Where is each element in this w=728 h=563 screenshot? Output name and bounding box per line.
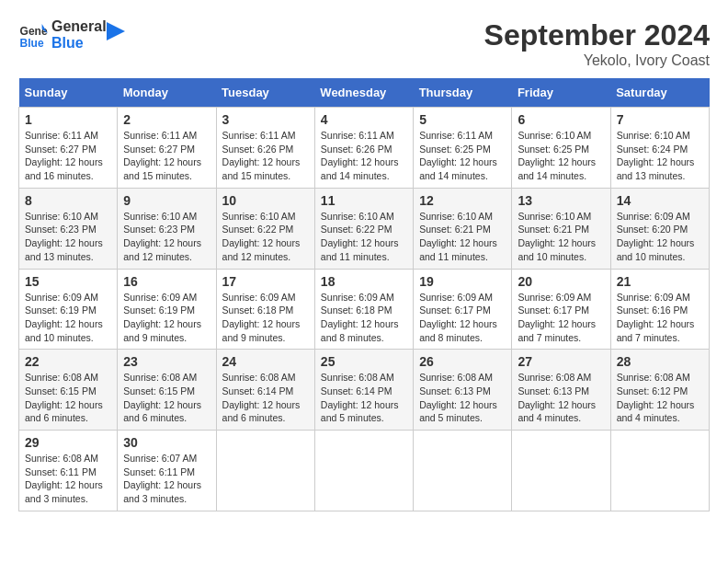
day-number: 17: [222, 274, 309, 289]
calendar-day-header: Thursday: [414, 78, 512, 108]
calendar-cell: [512, 431, 610, 511]
calendar-cell: 8Sunrise: 6:10 AM Sunset: 6:23 PM Daylig…: [19, 188, 118, 269]
day-info: Sunrise: 6:09 AM Sunset: 6:19 PM Dayligh…: [25, 291, 111, 345]
day-info: Sunrise: 6:08 AM Sunset: 6:14 PM Dayligh…: [321, 371, 407, 425]
subtitle: Yekolo, Ivory Coast: [484, 52, 710, 69]
day-info: Sunrise: 6:10 AM Sunset: 6:21 PM Dayligh…: [518, 210, 604, 264]
calendar-day-header: Saturday: [610, 78, 709, 108]
day-number: 12: [419, 193, 506, 208]
calendar-cell: 2Sunrise: 6:11 AM Sunset: 6:27 PM Daylig…: [118, 108, 216, 189]
logo-general: General: [51, 18, 107, 35]
day-number: 30: [123, 435, 210, 450]
day-info: Sunrise: 6:11 AM Sunset: 6:26 PM Dayligh…: [321, 129, 407, 183]
day-info: Sunrise: 6:11 AM Sunset: 6:26 PM Dayligh…: [222, 129, 309, 183]
day-info: Sunrise: 6:08 AM Sunset: 6:13 PM Dayligh…: [518, 371, 604, 425]
svg-text:Blue: Blue: [20, 37, 44, 50]
day-number: 9: [123, 193, 210, 208]
calendar-cell: 26Sunrise: 6:08 AM Sunset: 6:13 PM Dayli…: [414, 350, 512, 431]
day-info: Sunrise: 6:08 AM Sunset: 6:15 PM Dayligh…: [25, 371, 111, 425]
svg-marker-3: [107, 22, 125, 40]
day-info: Sunrise: 6:10 AM Sunset: 6:24 PM Dayligh…: [617, 129, 703, 183]
calendar-cell: 27Sunrise: 6:08 AM Sunset: 6:13 PM Dayli…: [512, 350, 610, 431]
day-number: 4: [321, 112, 407, 127]
day-number: 16: [123, 274, 210, 289]
day-info: Sunrise: 6:10 AM Sunset: 6:23 PM Dayligh…: [123, 210, 210, 264]
day-number: 23: [123, 354, 210, 369]
calendar-cell: [414, 431, 512, 511]
calendar-cell: [610, 431, 709, 511]
day-info: Sunrise: 6:09 AM Sunset: 6:20 PM Dayligh…: [617, 210, 703, 264]
logo-arrow-icon: [107, 17, 125, 45]
calendar-week-row: 8Sunrise: 6:10 AM Sunset: 6:23 PM Daylig…: [19, 188, 710, 269]
calendar-cell: 1Sunrise: 6:11 AM Sunset: 6:27 PM Daylig…: [19, 108, 118, 189]
day-info: Sunrise: 6:11 AM Sunset: 6:25 PM Dayligh…: [419, 129, 506, 183]
day-number: 5: [419, 112, 506, 127]
day-number: 29: [25, 435, 111, 450]
day-number: 27: [518, 354, 604, 369]
day-number: 28: [617, 354, 703, 369]
header: General Blue General Blue September 2024…: [18, 18, 710, 69]
day-info: Sunrise: 6:08 AM Sunset: 6:13 PM Dayligh…: [419, 371, 506, 425]
day-info: Sunrise: 6:11 AM Sunset: 6:27 PM Dayligh…: [123, 129, 210, 183]
day-number: 1: [25, 112, 111, 127]
day-number: 2: [123, 112, 210, 127]
calendar-cell: 5Sunrise: 6:11 AM Sunset: 6:25 PM Daylig…: [414, 108, 512, 189]
calendar-cell: 15Sunrise: 6:09 AM Sunset: 6:19 PM Dayli…: [19, 269, 118, 350]
calendar-cell: 24Sunrise: 6:08 AM Sunset: 6:14 PM Dayli…: [216, 350, 314, 431]
day-number: 15: [25, 274, 111, 289]
calendar-cell: 7Sunrise: 6:10 AM Sunset: 6:24 PM Daylig…: [610, 108, 709, 189]
day-info: Sunrise: 6:08 AM Sunset: 6:11 PM Dayligh…: [25, 452, 111, 506]
calendar-cell: 29Sunrise: 6:08 AM Sunset: 6:11 PM Dayli…: [19, 431, 118, 511]
calendar-cell: 3Sunrise: 6:11 AM Sunset: 6:26 PM Daylig…: [216, 108, 314, 189]
page-container: General Blue General Blue September 2024…: [18, 18, 710, 511]
day-number: 8: [25, 193, 111, 208]
day-info: Sunrise: 6:10 AM Sunset: 6:22 PM Dayligh…: [222, 210, 309, 264]
day-number: 22: [25, 354, 111, 369]
day-info: Sunrise: 6:09 AM Sunset: 6:16 PM Dayligh…: [617, 291, 703, 345]
calendar-week-row: 15Sunrise: 6:09 AM Sunset: 6:19 PM Dayli…: [19, 269, 710, 350]
calendar-week-row: 29Sunrise: 6:08 AM Sunset: 6:11 PM Dayli…: [19, 431, 710, 511]
day-info: Sunrise: 6:09 AM Sunset: 6:17 PM Dayligh…: [518, 291, 604, 345]
day-info: Sunrise: 6:10 AM Sunset: 6:25 PM Dayligh…: [518, 129, 604, 183]
calendar-cell: 21Sunrise: 6:09 AM Sunset: 6:16 PM Dayli…: [610, 269, 709, 350]
calendar-cell: [314, 431, 413, 511]
calendar-table: SundayMondayTuesdayWednesdayThursdayFrid…: [18, 78, 710, 511]
day-info: Sunrise: 6:08 AM Sunset: 6:14 PM Dayligh…: [222, 371, 309, 425]
logo-icon: General Blue: [18, 20, 48, 50]
day-number: 3: [222, 112, 309, 127]
calendar-cell: 13Sunrise: 6:10 AM Sunset: 6:21 PM Dayli…: [512, 188, 610, 269]
day-number: 6: [518, 112, 604, 127]
calendar-cell: 18Sunrise: 6:09 AM Sunset: 6:18 PM Dayli…: [314, 269, 413, 350]
day-info: Sunrise: 6:09 AM Sunset: 6:18 PM Dayligh…: [222, 291, 309, 345]
calendar-cell: 12Sunrise: 6:10 AM Sunset: 6:21 PM Dayli…: [414, 188, 512, 269]
calendar-cell: 19Sunrise: 6:09 AM Sunset: 6:17 PM Dayli…: [414, 269, 512, 350]
calendar-cell: 10Sunrise: 6:10 AM Sunset: 6:22 PM Dayli…: [216, 188, 314, 269]
day-number: 24: [222, 354, 309, 369]
day-info: Sunrise: 6:10 AM Sunset: 6:21 PM Dayligh…: [419, 210, 506, 264]
day-info: Sunrise: 6:08 AM Sunset: 6:15 PM Dayligh…: [123, 371, 210, 425]
day-number: 19: [419, 274, 506, 289]
calendar-cell: 14Sunrise: 6:09 AM Sunset: 6:20 PM Dayli…: [610, 188, 709, 269]
calendar-cell: 11Sunrise: 6:10 AM Sunset: 6:22 PM Dayli…: [314, 188, 413, 269]
calendar-week-row: 1Sunrise: 6:11 AM Sunset: 6:27 PM Daylig…: [19, 108, 710, 189]
calendar-day-header: Tuesday: [216, 78, 314, 108]
day-number: 14: [617, 193, 703, 208]
day-info: Sunrise: 6:11 AM Sunset: 6:27 PM Dayligh…: [25, 129, 111, 183]
day-number: 10: [222, 193, 309, 208]
logo-blue: Blue: [51, 35, 107, 52]
day-number: 11: [321, 193, 407, 208]
calendar-cell: 9Sunrise: 6:10 AM Sunset: 6:23 PM Daylig…: [118, 188, 216, 269]
calendar-day-header: Friday: [512, 78, 610, 108]
day-number: 26: [419, 354, 506, 369]
calendar-cell: 17Sunrise: 6:09 AM Sunset: 6:18 PM Dayli…: [216, 269, 314, 350]
day-number: 25: [321, 354, 407, 369]
day-number: 13: [518, 193, 604, 208]
calendar-cell: [216, 431, 314, 511]
day-number: 20: [518, 274, 604, 289]
day-info: Sunrise: 6:08 AM Sunset: 6:12 PM Dayligh…: [617, 371, 703, 425]
calendar-day-header: Sunday: [19, 78, 118, 108]
calendar-cell: 20Sunrise: 6:09 AM Sunset: 6:17 PM Dayli…: [512, 269, 610, 350]
title-section: September 2024 Yekolo, Ivory Coast: [484, 18, 710, 69]
day-info: Sunrise: 6:07 AM Sunset: 6:11 PM Dayligh…: [123, 452, 210, 506]
main-title: September 2024: [484, 18, 710, 52]
